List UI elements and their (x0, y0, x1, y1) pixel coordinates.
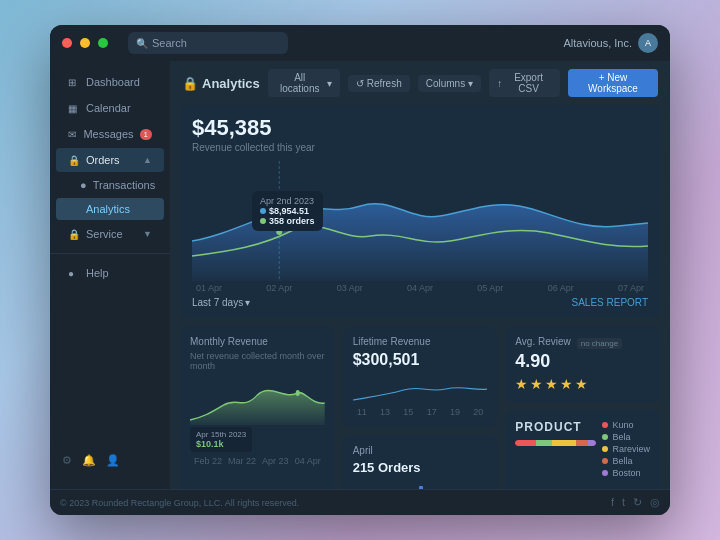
product-left: PRODUCT (515, 420, 596, 480)
x-axis: 01 Apr 02 Apr 03 Apr 04 Apr 05 Apr 06 Ap… (192, 283, 648, 293)
right-column: Avg. Review no change 4.90 ★ ★ ★ ★ ★ (505, 326, 660, 489)
content-area: 🔒 Analytics All locations ▾ ↺ Refresh Co… (170, 61, 670, 489)
search-bar[interactable]: 🔍 Search (128, 32, 288, 54)
monthly-x-axis: Feb 22 Mar 22 Apr 23 04 Apr (190, 456, 325, 466)
settings-icon[interactable]: ⚙ (62, 454, 72, 467)
sidebar-item-messages[interactable]: ✉ Messages 1 (56, 122, 164, 146)
middle-column: Lifetime Revenue $300,501 11 13 15 17 (343, 326, 498, 489)
user-info: Altavious, Inc. A (564, 33, 658, 53)
new-workspace-button[interactable]: + New Workspace (568, 69, 658, 97)
product-card: PRODUCT (505, 410, 660, 489)
product-content: PRODUCT (515, 420, 650, 480)
sidebar-footer-icons: ⚙ 🔔 👤 (50, 448, 170, 473)
profile-icon[interactable]: 👤 (106, 454, 120, 467)
star-3: ★ (545, 376, 558, 392)
user-avatar[interactable]: A (638, 33, 658, 53)
orders-icon: 🔒 (68, 155, 80, 166)
twitter-icon[interactable]: t (622, 496, 625, 509)
sidebar-item-help[interactable]: ● Help (56, 261, 164, 285)
notification-icon[interactable]: 🔔 (82, 454, 96, 467)
titlebar: 🔍 Search Altavious, Inc. A (50, 25, 670, 61)
circle-icon[interactable]: ◎ (650, 496, 660, 509)
legend-dot-bella (602, 458, 608, 464)
sales-report-link[interactable]: SALES REPORT (571, 297, 648, 308)
legend-dot-kuno (602, 422, 608, 428)
chevron-down-icon: ▾ (327, 78, 332, 89)
lifetime-chart (353, 375, 488, 405)
export-icon: ↑ (497, 78, 502, 89)
columns-button[interactable]: Columns ▾ (418, 75, 481, 92)
location-filter-button[interactable]: All locations ▾ (268, 69, 340, 97)
sidebar-item-orders[interactable]: 🔒 Orders ▲ (56, 148, 164, 172)
footer-copyright: © 2023 Rounded Rectangle Group, LLC. All… (60, 498, 299, 508)
chevron-up-icon: ▲ (143, 155, 152, 165)
product-title: PRODUCT (515, 420, 596, 434)
chart-tooltip: Apr 2nd 2023 $8,954.51 358 orders (252, 191, 323, 231)
chevron-down-icon: ▼ (143, 229, 152, 239)
sidebar-item-label: Transactions (93, 179, 156, 191)
star-1: ★ (515, 376, 528, 392)
svg-point-3 (296, 390, 300, 396)
sidebar-item-label: Messages (83, 128, 133, 140)
refresh-button[interactable]: ↺ Refresh (348, 75, 410, 92)
tooltip-orders: 358 orders (260, 216, 315, 226)
sidebar-item-label: Orders (86, 154, 120, 166)
sidebar-item-transactions[interactable]: ● Transactions (56, 174, 164, 196)
april-orders-value: 215 Orders (353, 460, 488, 475)
help-icon: ● (68, 268, 80, 279)
sidebar-item-calendar[interactable]: ▦ Calendar (56, 96, 164, 120)
legend-rareview: Rareview (602, 444, 650, 454)
legend-dot-boston (602, 470, 608, 476)
star-4: ★ (560, 376, 573, 392)
app-window: 🔍 Search Altavious, Inc. A ⊞ Dashboard ▦… (50, 25, 670, 515)
tooltip-revenue: $8,954.51 (260, 206, 315, 216)
april-orders-card: April 215 Orders (343, 435, 498, 489)
refresh-icon[interactable]: ↻ (633, 496, 642, 509)
product-bar-rareview (552, 440, 576, 446)
search-placeholder: Search (152, 37, 187, 49)
revenue-label: Revenue collected this year (192, 142, 648, 153)
x-label-5: 06 Apr (548, 283, 574, 293)
product-legend: Kuno Bela Rareview (602, 420, 650, 480)
messages-badge: 1 (140, 129, 152, 140)
monthly-revenue-title: Monthly Revenue (190, 336, 325, 347)
user-name: Altavious, Inc. (564, 37, 632, 49)
product-bar (515, 440, 596, 446)
revenue-card: $45,385 Revenue collected this year (180, 105, 660, 318)
page-title: 🔒 Analytics (182, 76, 260, 91)
lifetime-revenue-value: $300,501 (353, 351, 488, 369)
product-bar-bella (576, 440, 588, 446)
star-5: ★ (575, 376, 588, 392)
lifetime-revenue-card: Lifetime Revenue $300,501 11 13 15 17 (343, 326, 498, 427)
x-label-2: 03 Apr (337, 283, 363, 293)
sidebar-item-label: Calendar (86, 102, 131, 114)
x-label-6: 07 Apr (618, 283, 644, 293)
lifetime-revenue-title: Lifetime Revenue (353, 336, 488, 347)
transactions-icon: ● (80, 179, 87, 191)
sidebar-item-analytics[interactable]: Analytics (56, 198, 164, 220)
product-bar-bela (536, 440, 552, 446)
monthly-tooltip-value: $10.1k (196, 439, 246, 449)
sidebar-item-dashboard[interactable]: ⊞ Dashboard (56, 70, 164, 94)
export-csv-button[interactable]: ↑ Export CSV (489, 69, 560, 97)
sidebar-item-label: Help (86, 267, 109, 279)
close-button[interactable] (62, 38, 72, 48)
product-bar-track (515, 440, 596, 446)
facebook-icon[interactable]: f (611, 496, 614, 509)
x-label-4: 05 Apr (477, 283, 503, 293)
chevron-down-icon: ▾ (468, 78, 473, 89)
service-icon: 🔒 (68, 229, 80, 240)
legend-bella: Bella (602, 456, 650, 466)
sidebar-item-service[interactable]: 🔒 Service ▼ (56, 222, 164, 246)
no-change-badge: no change (577, 338, 622, 349)
analytics-lock-icon: 🔒 (182, 76, 198, 91)
refresh-icon: ↺ (356, 78, 364, 89)
footer: © 2023 Rounded Rectangle Group, LLC. All… (50, 489, 670, 515)
avg-review-card: Avg. Review no change 4.90 ★ ★ ★ ★ ★ (505, 326, 660, 402)
footer-social-icons: f t ↻ ◎ (611, 496, 660, 509)
period-selector[interactable]: Last 7 days ▾ (192, 297, 250, 308)
product-bar-boston (588, 440, 596, 446)
minimize-button[interactable] (80, 38, 90, 48)
monthly-revenue-subtitle: Net revenue collected month over month (190, 351, 325, 371)
maximize-button[interactable] (98, 38, 108, 48)
